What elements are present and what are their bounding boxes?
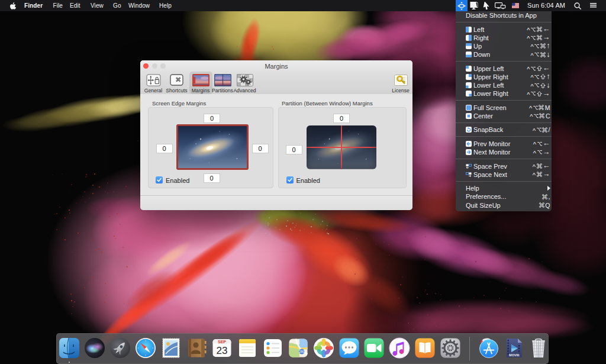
svg-text:SEP: SEP [218,340,226,344]
svg-text:23: 23 [216,345,227,356]
svg-text:MOVIE: MOVIE [508,353,519,357]
svg-text:280: 280 [299,350,304,353]
